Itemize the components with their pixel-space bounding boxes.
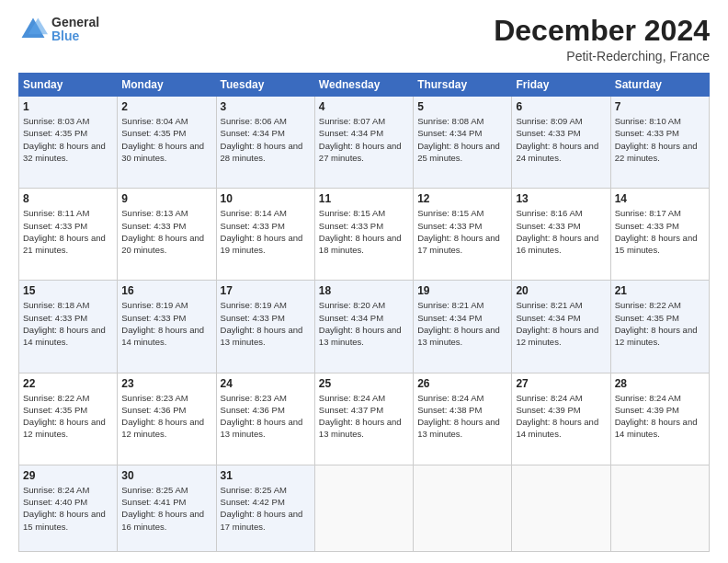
calendar-cell: 6 Sunrise: 8:09 AM Sunset: 4:33 PM Dayli…	[512, 97, 610, 189]
calendar-cell: 16 Sunrise: 8:19 AM Sunset: 4:33 PM Dayl…	[118, 281, 216, 373]
day-info: Sunrise: 8:16 AM Sunset: 4:33 PM Dayligh…	[516, 207, 606, 256]
day-number: 30	[121, 469, 211, 482]
day-number: 8	[23, 192, 113, 205]
calendar-day-header: Sunday	[19, 74, 118, 97]
day-number: 10	[221, 192, 311, 205]
calendar-cell: 10 Sunrise: 8:14 AM Sunset: 4:33 PM Dayl…	[216, 189, 314, 281]
logo-text: General Blue	[51, 16, 99, 44]
day-number: 26	[417, 377, 507, 390]
day-number: 9	[121, 192, 211, 205]
day-info: Sunrise: 8:25 AM Sunset: 4:41 PM Dayligh…	[121, 484, 211, 533]
day-info: Sunrise: 8:09 AM Sunset: 4:33 PM Dayligh…	[516, 115, 606, 164]
day-number: 1	[23, 100, 113, 113]
day-number: 12	[417, 192, 507, 205]
day-number: 18	[319, 284, 409, 297]
day-number: 29	[23, 469, 113, 482]
day-info: Sunrise: 8:21 AM Sunset: 4:34 PM Dayligh…	[516, 299, 606, 348]
day-info: Sunrise: 8:07 AM Sunset: 4:34 PM Dayligh…	[319, 115, 409, 164]
calendar-cell: 5 Sunrise: 8:08 AM Sunset: 4:34 PM Dayli…	[414, 97, 512, 189]
calendar-cell: 4 Sunrise: 8:07 AM Sunset: 4:34 PM Dayli…	[314, 97, 413, 189]
calendar-cell: 22 Sunrise: 8:22 AM Sunset: 4:35 PM Dayl…	[19, 373, 118, 465]
day-info: Sunrise: 8:19 AM Sunset: 4:33 PM Dayligh…	[121, 299, 211, 348]
day-number: 2	[121, 100, 211, 113]
calendar-cell: 25 Sunrise: 8:24 AM Sunset: 4:37 PM Dayl…	[314, 373, 413, 465]
day-number: 17	[221, 284, 311, 297]
day-info: Sunrise: 8:22 AM Sunset: 4:35 PM Dayligh…	[23, 392, 113, 441]
day-info: Sunrise: 8:17 AM Sunset: 4:33 PM Dayligh…	[615, 207, 705, 256]
day-info: Sunrise: 8:18 AM Sunset: 4:33 PM Dayligh…	[23, 299, 113, 348]
day-number: 3	[221, 100, 311, 113]
day-info: Sunrise: 8:10 AM Sunset: 4:33 PM Dayligh…	[615, 115, 705, 164]
logo-line1: General	[51, 16, 99, 29]
calendar-cell: 19 Sunrise: 8:21 AM Sunset: 4:34 PM Dayl…	[414, 281, 512, 373]
day-info: Sunrise: 8:04 AM Sunset: 4:35 PM Dayligh…	[121, 115, 211, 164]
calendar-day-header: Monday	[118, 74, 216, 97]
calendar-cell: 21 Sunrise: 8:22 AM Sunset: 4:35 PM Dayl…	[610, 281, 709, 373]
day-info: Sunrise: 8:24 AM Sunset: 4:39 PM Dayligh…	[516, 392, 606, 441]
calendar-cell: 24 Sunrise: 8:23 AM Sunset: 4:36 PM Dayl…	[216, 373, 314, 465]
calendar-cell: 1 Sunrise: 8:03 AM Sunset: 4:35 PM Dayli…	[19, 97, 118, 189]
calendar-day-header: Friday	[512, 74, 610, 97]
day-info: Sunrise: 8:24 AM Sunset: 4:37 PM Dayligh…	[319, 392, 409, 441]
logo-line2: Blue	[51, 29, 99, 43]
page: General Blue December 2024 Petit-Rederch…	[0, 0, 728, 563]
calendar-cell: 12 Sunrise: 8:15 AM Sunset: 4:33 PM Dayl…	[414, 189, 512, 281]
day-info: Sunrise: 8:23 AM Sunset: 4:36 PM Dayligh…	[221, 392, 311, 441]
day-info: Sunrise: 8:24 AM Sunset: 4:40 PM Dayligh…	[23, 484, 113, 533]
calendar-cell: 20 Sunrise: 8:21 AM Sunset: 4:34 PM Dayl…	[512, 281, 610, 373]
day-number: 13	[516, 192, 606, 205]
day-info: Sunrise: 8:15 AM Sunset: 4:33 PM Dayligh…	[319, 207, 409, 256]
day-info: Sunrise: 8:25 AM Sunset: 4:42 PM Dayligh…	[221, 484, 311, 533]
day-number: 21	[615, 284, 705, 297]
day-number: 23	[121, 377, 211, 390]
day-info: Sunrise: 8:19 AM Sunset: 4:33 PM Dayligh…	[221, 299, 311, 348]
day-number: 14	[615, 192, 705, 205]
day-info: Sunrise: 8:23 AM Sunset: 4:36 PM Dayligh…	[121, 392, 211, 441]
calendar-cell: 13 Sunrise: 8:16 AM Sunset: 4:33 PM Dayl…	[512, 189, 610, 281]
month-title: December 2024	[494, 15, 710, 47]
calendar-cell: 17 Sunrise: 8:19 AM Sunset: 4:33 PM Dayl…	[216, 281, 314, 373]
day-number: 15	[23, 284, 113, 297]
day-info: Sunrise: 8:20 AM Sunset: 4:34 PM Dayligh…	[319, 299, 409, 348]
calendar-cell	[414, 465, 512, 551]
day-number: 22	[23, 377, 113, 390]
calendar-cell: 29 Sunrise: 8:24 AM Sunset: 4:40 PM Dayl…	[19, 465, 118, 551]
location: Petit-Rederching, France	[494, 49, 710, 63]
calendar-cell: 8 Sunrise: 8:11 AM Sunset: 4:33 PM Dayli…	[19, 189, 118, 281]
day-number: 11	[319, 192, 409, 205]
day-info: Sunrise: 8:11 AM Sunset: 4:33 PM Dayligh…	[23, 207, 113, 256]
day-info: Sunrise: 8:14 AM Sunset: 4:33 PM Dayligh…	[221, 207, 311, 256]
calendar-cell: 23 Sunrise: 8:23 AM Sunset: 4:36 PM Dayl…	[118, 373, 216, 465]
day-number: 4	[319, 100, 409, 113]
calendar-day-header: Wednesday	[314, 74, 413, 97]
calendar-cell: 15 Sunrise: 8:18 AM Sunset: 4:33 PM Dayl…	[19, 281, 118, 373]
calendar-cell: 26 Sunrise: 8:24 AM Sunset: 4:38 PM Dayl…	[414, 373, 512, 465]
calendar-cell	[314, 465, 413, 551]
day-number: 19	[417, 284, 507, 297]
day-number: 5	[417, 100, 507, 113]
calendar-cell: 11 Sunrise: 8:15 AM Sunset: 4:33 PM Dayl…	[314, 189, 413, 281]
calendar-day-header: Thursday	[414, 74, 512, 97]
day-info: Sunrise: 8:06 AM Sunset: 4:34 PM Dayligh…	[221, 115, 311, 164]
day-info: Sunrise: 8:24 AM Sunset: 4:38 PM Dayligh…	[417, 392, 507, 441]
calendar-table: SundayMondayTuesdayWednesdayThursdayFrid…	[18, 73, 710, 552]
day-number: 7	[615, 100, 705, 113]
header: General Blue December 2024 Petit-Rederch…	[18, 15, 710, 63]
day-info: Sunrise: 8:08 AM Sunset: 4:34 PM Dayligh…	[417, 115, 507, 164]
calendar-cell: 27 Sunrise: 8:24 AM Sunset: 4:39 PM Dayl…	[512, 373, 610, 465]
logo-icon	[18, 15, 48, 44]
day-info: Sunrise: 8:21 AM Sunset: 4:34 PM Dayligh…	[417, 299, 507, 348]
title-block: December 2024 Petit-Rederching, France	[494, 15, 710, 63]
calendar-day-header: Tuesday	[216, 74, 314, 97]
day-number: 6	[516, 100, 606, 113]
day-number: 24	[221, 377, 311, 390]
day-info: Sunrise: 8:15 AM Sunset: 4:33 PM Dayligh…	[417, 207, 507, 256]
calendar-header-row: SundayMondayTuesdayWednesdayThursdayFrid…	[19, 74, 710, 97]
day-number: 27	[516, 377, 606, 390]
day-number: 16	[121, 284, 211, 297]
day-number: 28	[615, 377, 705, 390]
calendar-cell	[610, 465, 709, 551]
calendar-cell: 9 Sunrise: 8:13 AM Sunset: 4:33 PM Dayli…	[118, 189, 216, 281]
calendar-cell: 30 Sunrise: 8:25 AM Sunset: 4:41 PM Dayl…	[118, 465, 216, 551]
calendar-cell: 18 Sunrise: 8:20 AM Sunset: 4:34 PM Dayl…	[314, 281, 413, 373]
